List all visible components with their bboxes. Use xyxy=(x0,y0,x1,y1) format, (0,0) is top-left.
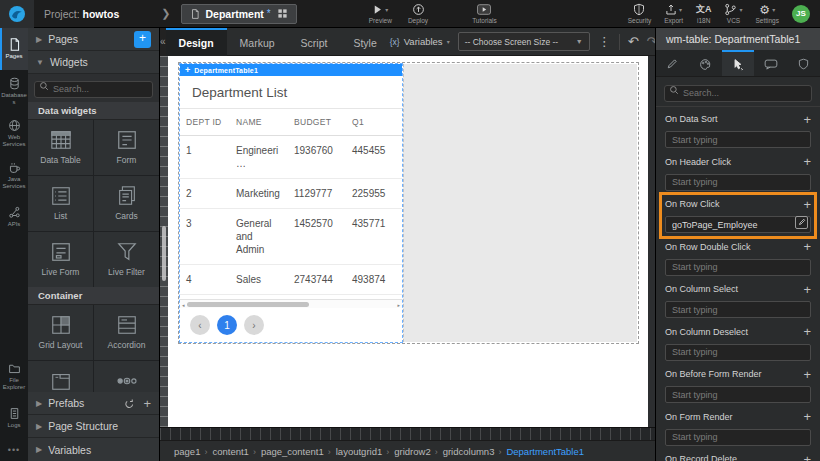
rail-item-java-services[interactable]: Java Services xyxy=(0,154,28,196)
widget-tile-wizard[interactable]: Wizard xyxy=(94,361,159,393)
prefabs-section-header[interactable]: ▶ Prefabs + xyxy=(28,392,159,415)
rail-item-file-explorer[interactable]: File Explorer xyxy=(0,355,28,397)
event-handler-input[interactable] xyxy=(665,344,811,361)
scrollbar-thumb[interactable] xyxy=(187,302,309,307)
deploy-button[interactable]: Deploy xyxy=(408,3,428,24)
screen-size-select[interactable]: -- Choose Screen Size -- ▼ xyxy=(458,32,590,51)
widget-tile-list[interactable]: List xyxy=(28,176,93,231)
add-handler-icon[interactable]: + xyxy=(803,325,811,338)
layout-gridrow[interactable]: + DepartmentTable1 Department List DEPT … xyxy=(178,62,639,344)
column-header[interactable]: BUDGET xyxy=(288,109,346,136)
export-button[interactable]: ▾ Export xyxy=(664,3,683,24)
widget-tile-tabs[interactable]: Tabs xyxy=(28,361,93,393)
variables-section-header[interactable]: ▶ Variables xyxy=(28,438,159,461)
widget-tile-live-form[interactable]: Live Form xyxy=(28,232,93,287)
rail-item-logs[interactable]: Logs xyxy=(0,397,28,439)
widget-tile-accordion[interactable]: Accordion xyxy=(94,305,159,360)
previous-page-button[interactable]: ‹ xyxy=(190,315,210,335)
widget-tile-grid-layout[interactable]: Grid Layout xyxy=(28,305,93,360)
rail-item-pages[interactable]: Pages xyxy=(0,28,28,70)
canvas-page[interactable]: + DepartmentTable1 Department List DEPT … xyxy=(168,56,648,427)
widget-tile-cards[interactable]: Cards xyxy=(94,176,159,231)
widget-tile-form[interactable]: Form xyxy=(94,120,159,175)
breadcrumb-item[interactable]: page_content1 xyxy=(253,446,324,457)
layout-grid-icon[interactable] xyxy=(277,8,288,19)
department-table-widget[interactable]: + DepartmentTable1 Department List DEPT … xyxy=(180,64,402,342)
tab-styles[interactable] xyxy=(689,50,722,76)
table-header-row[interactable]: DEPT ID NAME BUDGET Q1 xyxy=(180,109,402,136)
rail-item-databases[interactable]: Databases xyxy=(0,70,28,112)
add-handler-icon[interactable]: + xyxy=(803,410,811,423)
pages-section-header[interactable]: ▶ Pages + xyxy=(28,28,159,51)
breadcrumb-item[interactable]: content1 xyxy=(204,446,248,457)
empty-gridcolumn[interactable] xyxy=(403,64,637,342)
events-search-input[interactable] xyxy=(664,85,812,102)
variables-button[interactable]: {x} Variables ▾ xyxy=(390,36,450,47)
more-options-icon[interactable]: ⋮ xyxy=(598,35,611,48)
event-handler-input[interactable] xyxy=(665,301,811,318)
column-header[interactable]: NAME xyxy=(230,109,288,136)
tab-message[interactable] xyxy=(754,50,787,76)
add-handler-icon[interactable]: + xyxy=(803,113,811,126)
add-handler-icon[interactable]: + xyxy=(803,283,811,296)
tab-style[interactable]: Style xyxy=(340,28,389,56)
add-handler-icon[interactable]: + xyxy=(803,453,811,461)
breadcrumb-item[interactable]: layoutgrid1 xyxy=(328,446,382,457)
table-row[interactable]: 3General and Admin1452570435771 xyxy=(180,209,402,265)
security-button[interactable]: Security xyxy=(628,3,651,24)
event-handler-input[interactable] xyxy=(665,174,811,191)
app-logo[interactable] xyxy=(0,0,34,28)
rail-more-icon[interactable]: ••• xyxy=(0,439,28,461)
event-handler-input[interactable] xyxy=(665,131,811,148)
canvas-right-scrollbar[interactable] xyxy=(648,56,655,427)
page-structure-section-header[interactable]: ▶ Page Structure xyxy=(28,415,159,438)
table-horizontal-scrollbar[interactable]: ◂ ▸ xyxy=(180,299,402,308)
vcs-button[interactable]: ▾ VCS xyxy=(724,3,742,24)
tab-design[interactable]: Design xyxy=(166,28,227,56)
canvas-vertical-scrollbar[interactable] xyxy=(162,226,166,281)
tab-markup[interactable]: Markup xyxy=(227,28,288,56)
table-row[interactable]: 2Marketing1129777225955 xyxy=(180,179,402,209)
column-header[interactable]: Q1 xyxy=(346,109,402,136)
breadcrumb-item-active[interactable]: DepartmentTable1 xyxy=(498,446,584,457)
widget-drag-handle[interactable]: + DepartmentTable1 xyxy=(180,64,402,76)
table-row[interactable]: 1Engineeri…1936760445455 xyxy=(180,136,402,179)
tab-events[interactable] xyxy=(722,50,755,76)
breadcrumb-item[interactable]: gridcolumn3 xyxy=(435,446,495,457)
edit-handler-icon[interactable] xyxy=(795,216,808,229)
user-avatar[interactable]: JS xyxy=(792,5,810,23)
table-row[interactable]: 4Sales2743744493874 xyxy=(180,265,402,295)
tab-properties[interactable] xyxy=(656,50,689,76)
i18n-button[interactable]: 文A i18N xyxy=(696,3,712,24)
rail-item-apis[interactable]: APIs xyxy=(0,196,28,238)
page-tab-department[interactable]: Department * xyxy=(181,4,297,24)
add-handler-icon[interactable]: + xyxy=(803,368,811,381)
breadcrumb-item[interactable]: page1 xyxy=(174,446,200,457)
widgets-section-header[interactable]: ▼ Widgets xyxy=(28,51,159,74)
tab-security[interactable] xyxy=(787,50,820,76)
design-canvas[interactable]: + DepartmentTable1 Department List DEPT … xyxy=(160,56,655,427)
chevron-right-icon[interactable]: ❯ xyxy=(161,7,170,20)
add-prefab-icon[interactable]: + xyxy=(143,396,151,411)
event-handler-input[interactable] xyxy=(665,259,811,276)
column-header[interactable]: DEPT ID xyxy=(180,109,230,136)
widget-search-input[interactable] xyxy=(34,81,153,98)
refresh-icon[interactable] xyxy=(124,398,135,409)
widget-tile-live-filter[interactable]: Live Filter xyxy=(94,232,159,287)
scroll-right-icon[interactable]: ▸ xyxy=(397,302,400,308)
rail-item-web-services[interactable]: Web Services xyxy=(0,112,28,154)
add-handler-icon[interactable]: + xyxy=(803,198,811,211)
tab-script[interactable]: Script xyxy=(288,28,341,56)
settings-button[interactable]: ⚙▾ Settings xyxy=(756,3,780,24)
event-handler-input[interactable] xyxy=(665,216,811,233)
preview-button[interactable]: ▾ Preview xyxy=(369,3,392,24)
widget-tile-data-table[interactable]: Data Table xyxy=(28,120,93,175)
add-page-button[interactable]: + xyxy=(134,31,151,48)
add-handler-icon[interactable]: + xyxy=(803,240,811,253)
tutorials-button[interactable]: Tutorials xyxy=(472,3,497,24)
current-page-button[interactable]: 1 xyxy=(217,315,237,335)
next-page-button[interactable]: › xyxy=(244,315,264,335)
undo-icon[interactable]: ↶ xyxy=(628,35,639,48)
scroll-left-icon[interactable]: ◂ xyxy=(182,302,185,308)
add-handler-icon[interactable]: + xyxy=(803,155,811,168)
